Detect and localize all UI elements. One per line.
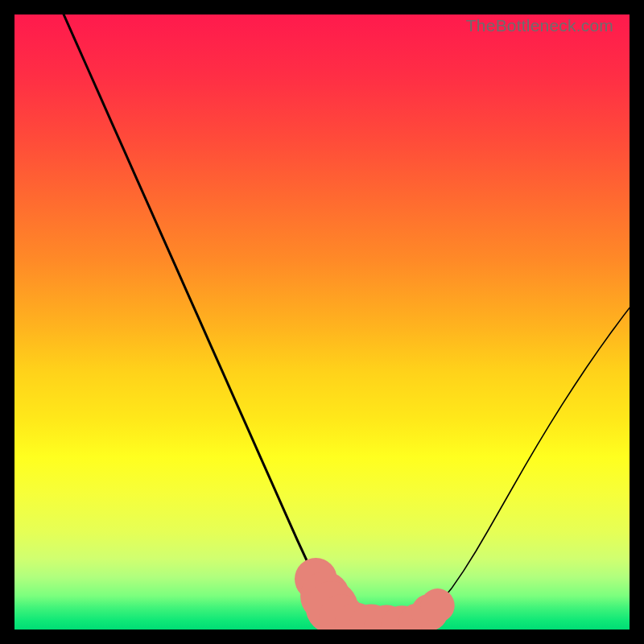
valley-marker bbox=[421, 588, 455, 622]
chart-frame: TheBottleneck.com bbox=[0, 0, 644, 644]
curve-left bbox=[64, 14, 390, 628]
chart-svg bbox=[14, 14, 630, 630]
watermark-text: TheBottleneck.com bbox=[466, 16, 613, 35]
chart-plot-area: TheBottleneck.com bbox=[14, 14, 630, 630]
curve-right bbox=[390, 308, 630, 628]
